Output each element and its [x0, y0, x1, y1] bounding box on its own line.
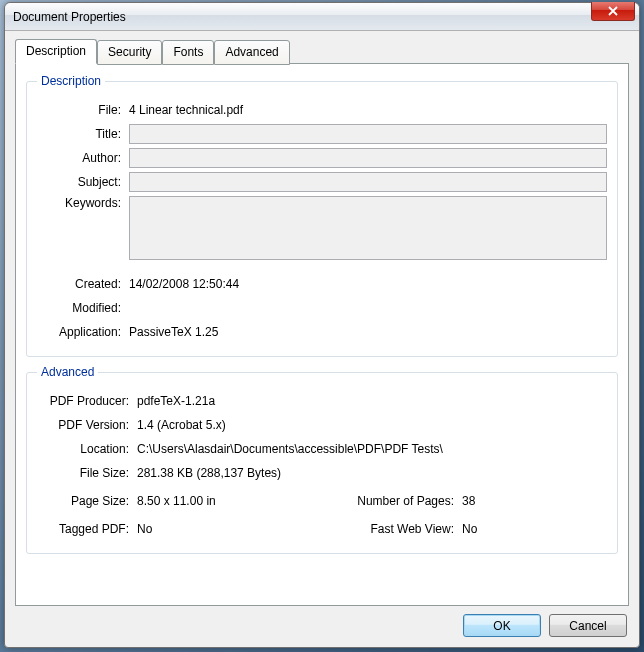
keywords-label: Keywords: — [37, 196, 129, 210]
tagged-label: Tagged PDF: — [37, 522, 137, 536]
tab-security[interactable]: Security — [97, 40, 162, 65]
title-field[interactable] — [129, 124, 607, 144]
cancel-button[interactable]: Cancel — [549, 614, 627, 637]
pagesize-label: Page Size: — [37, 494, 137, 508]
close-icon — [608, 6, 618, 16]
subject-label: Subject: — [37, 175, 129, 189]
author-field[interactable] — [129, 148, 607, 168]
producer-value: pdfeTeX-1.21a — [137, 394, 607, 408]
advanced-legend: Advanced — [37, 365, 98, 379]
numpages-value: 38 — [462, 494, 502, 508]
fastweb-value: No — [462, 522, 502, 536]
tabpage-description: Description File: 4 Linear technical.pdf… — [15, 63, 629, 606]
version-label: PDF Version: — [37, 418, 137, 432]
title-label: Title: — [37, 127, 129, 141]
button-bar: OK Cancel — [15, 606, 629, 637]
keywords-field[interactable] — [129, 196, 607, 260]
titlebar[interactable]: Document Properties — [5, 3, 639, 31]
created-label: Created: — [37, 277, 129, 291]
tab-fonts[interactable]: Fonts — [162, 40, 214, 65]
created-value: 14/02/2008 12:50:44 — [129, 277, 607, 291]
producer-label: PDF Producer: — [37, 394, 137, 408]
window-title: Document Properties — [13, 10, 126, 24]
location-label: Location: — [37, 442, 137, 456]
application-value: PassiveTeX 1.25 — [129, 325, 607, 339]
file-label: File: — [37, 103, 129, 117]
location-value: C:\Users\Alasdair\Documents\accessible\P… — [137, 442, 607, 456]
filesize-label: File Size: — [37, 466, 137, 480]
tagged-value: No — [137, 522, 322, 536]
tab-description[interactable]: Description — [15, 39, 97, 64]
fastweb-label: Fast Web View: — [322, 522, 462, 536]
description-legend: Description — [37, 74, 105, 88]
client-area: Description Security Fonts Advanced Desc… — [5, 31, 639, 647]
filesize-value: 281.38 KB (288,137 Bytes) — [137, 466, 607, 480]
description-group: Description File: 4 Linear technical.pdf… — [26, 74, 618, 357]
ok-button[interactable]: OK — [463, 614, 541, 637]
file-value: 4 Linear technical.pdf — [129, 103, 607, 117]
dialog-window: Document Properties Description Security… — [4, 2, 640, 648]
close-button[interactable] — [591, 2, 635, 21]
version-value: 1.4 (Acrobat 5.x) — [137, 418, 607, 432]
subject-field[interactable] — [129, 172, 607, 192]
modified-label: Modified: — [37, 301, 129, 315]
application-label: Application: — [37, 325, 129, 339]
advanced-group: Advanced PDF Producer: pdfeTeX-1.21a PDF… — [26, 365, 618, 554]
tab-advanced[interactable]: Advanced — [214, 40, 289, 65]
pagesize-value: 8.50 x 11.00 in — [137, 494, 322, 508]
tabstrip: Description Security Fonts Advanced — [15, 39, 629, 64]
numpages-label: Number of Pages: — [322, 494, 462, 508]
author-label: Author: — [37, 151, 129, 165]
